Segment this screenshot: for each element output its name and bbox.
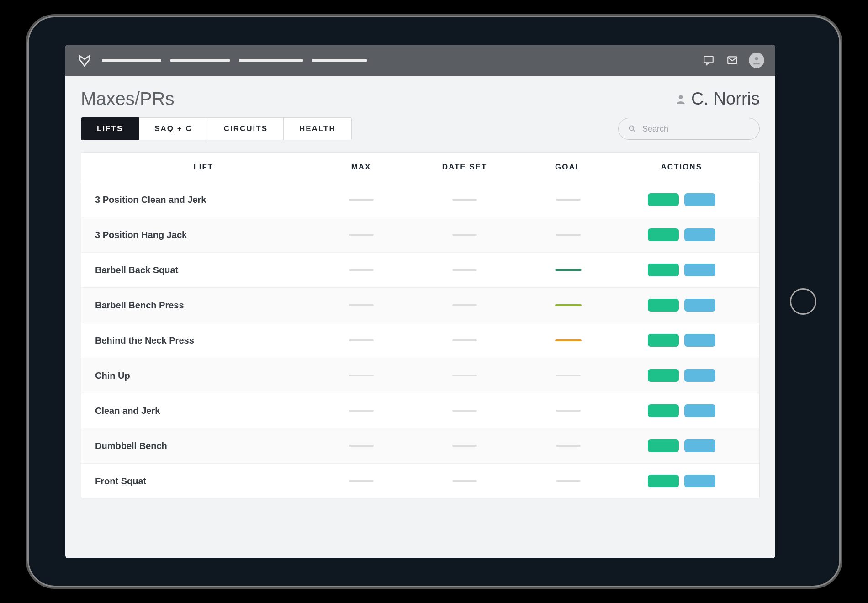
athlete-name: C. Norris — [691, 89, 760, 109]
empty-value — [556, 480, 581, 482]
svg-point-3 — [679, 95, 683, 99]
goal-cell — [519, 269, 618, 271]
action-secondary-button[interactable] — [684, 193, 715, 206]
action-secondary-button[interactable] — [684, 299, 715, 312]
max-cell — [312, 234, 411, 236]
date-set-cell — [410, 445, 519, 447]
col-max: MAX — [312, 163, 411, 172]
action-primary-button[interactable] — [648, 369, 679, 382]
tab-saq-c[interactable]: SAQ + C — [139, 117, 208, 140]
max-cell — [312, 480, 411, 482]
table-header: LIFT MAX DATE SET GOAL ACTIONS — [81, 153, 759, 182]
header-row: Maxes/PRs C. Norris — [81, 89, 760, 109]
actions-cell — [618, 228, 746, 241]
table-row: Chin Up — [81, 358, 759, 393]
nav-item-1[interactable] — [102, 59, 161, 62]
search-icon — [628, 124, 637, 133]
col-actions: ACTIONS — [618, 163, 746, 172]
actions-cell — [618, 475, 746, 487]
goal-cell — [519, 375, 618, 376]
action-secondary-button[interactable] — [684, 334, 715, 347]
goal-cell — [519, 480, 618, 482]
date-set-cell — [410, 199, 519, 201]
table-row: Barbell Bench Press — [81, 288, 759, 323]
date-set-cell — [410, 410, 519, 412]
action-primary-button[interactable] — [648, 299, 679, 312]
empty-value — [556, 375, 581, 376]
table-row: Behind the Neck Press — [81, 323, 759, 358]
action-secondary-button[interactable] — [684, 404, 715, 417]
goal-indicator — [555, 269, 582, 271]
action-secondary-button[interactable] — [684, 264, 715, 276]
search-input[interactable] — [642, 124, 750, 134]
table-row: Dumbbell Bench — [81, 428, 759, 464]
app-logo-icon[interactable] — [76, 52, 93, 69]
action-primary-button[interactable] — [648, 475, 679, 487]
empty-value — [452, 304, 477, 306]
action-primary-button[interactable] — [648, 404, 679, 417]
actions-cell — [618, 404, 746, 417]
tab-lifts[interactable]: LIFTS — [81, 117, 139, 140]
table-row: Clean and Jerk — [81, 393, 759, 428]
action-primary-button[interactable] — [648, 334, 679, 347]
actions-cell — [618, 334, 746, 347]
date-set-cell — [410, 480, 519, 482]
empty-value — [349, 445, 374, 447]
goal-cell — [519, 339, 618, 341]
goal-cell — [519, 304, 618, 306]
nav-item-3[interactable] — [239, 59, 303, 62]
max-cell — [312, 375, 411, 376]
empty-value — [452, 445, 477, 447]
empty-value — [349, 410, 374, 412]
tab-health[interactable]: HEALTH — [284, 117, 352, 140]
empty-value — [349, 199, 374, 201]
action-secondary-button[interactable] — [684, 228, 715, 241]
actions-cell — [618, 439, 746, 452]
empty-value — [556, 199, 581, 201]
lift-name: Barbell Bench Press — [95, 300, 312, 311]
lift-name: Clean and Jerk — [95, 406, 312, 416]
empty-value — [452, 410, 477, 412]
mail-icon[interactable] — [725, 53, 740, 68]
action-primary-button[interactable] — [648, 228, 679, 241]
action-primary-button[interactable] — [648, 264, 679, 276]
actions-cell — [618, 299, 746, 312]
svg-point-2 — [755, 57, 758, 60]
controls-row: LIFTSSAQ + CCIRCUITSHEALTH — [81, 117, 760, 140]
action-primary-button[interactable] — [648, 439, 679, 452]
lift-name: Chin Up — [95, 370, 312, 381]
max-cell — [312, 445, 411, 447]
goal-cell — [519, 199, 618, 201]
action-primary-button[interactable] — [648, 193, 679, 206]
tablet-frame: Maxes/PRs C. Norris LIFTSSAQ + CCIRCUITS… — [27, 16, 841, 587]
goal-indicator — [555, 339, 582, 341]
nav-item-4[interactable] — [312, 59, 367, 62]
user-avatar[interactable] — [749, 53, 764, 68]
goal-cell — [519, 410, 618, 412]
search-field[interactable] — [618, 118, 760, 140]
col-lift: LIFT — [95, 163, 312, 172]
goal-indicator — [555, 304, 582, 306]
athlete-selector[interactable]: C. Norris — [675, 89, 760, 109]
action-secondary-button[interactable] — [684, 475, 715, 487]
tablet-home-button[interactable] — [790, 288, 816, 315]
chat-icon[interactable] — [701, 53, 716, 68]
action-secondary-button[interactable] — [684, 439, 715, 452]
actions-cell — [618, 193, 746, 206]
table-row: 3 Position Hang Jack — [81, 217, 759, 253]
empty-value — [556, 445, 581, 447]
max-cell — [312, 269, 411, 271]
date-set-cell — [410, 339, 519, 341]
nav-item-2[interactable] — [170, 59, 230, 62]
empty-value — [349, 304, 374, 306]
empty-value — [452, 375, 477, 376]
content-area: Maxes/PRs C. Norris LIFTSSAQ + CCIRCUITS… — [65, 76, 775, 558]
date-set-cell — [410, 234, 519, 236]
empty-value — [452, 339, 477, 341]
action-secondary-button[interactable] — [684, 369, 715, 382]
empty-value — [349, 234, 374, 236]
empty-value — [349, 339, 374, 341]
page-title: Maxes/PRs — [81, 89, 175, 109]
lift-name: 3 Position Hang Jack — [95, 230, 312, 240]
tab-circuits[interactable]: CIRCUITS — [208, 117, 284, 140]
